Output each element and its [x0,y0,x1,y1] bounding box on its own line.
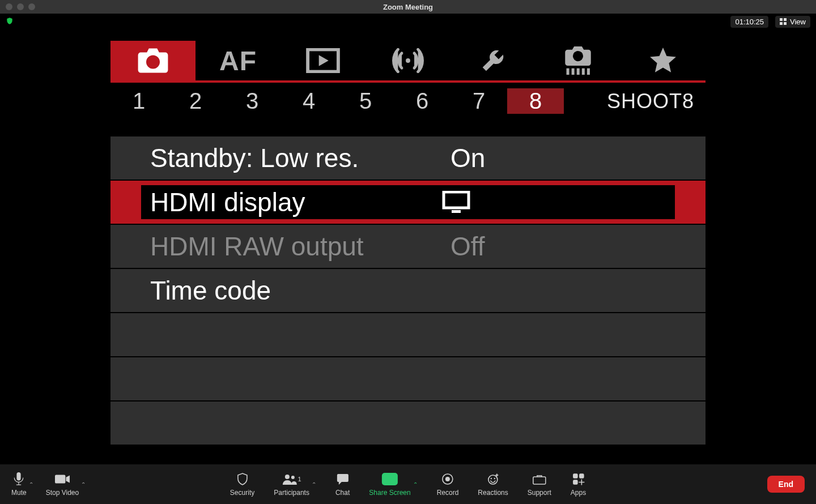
setting-standby-low-res[interactable]: Standby: Low res. On [110,136,706,181]
star-icon [649,46,677,75]
apps-button[interactable]: Apps [571,472,586,497]
svg-rect-10 [587,69,590,75]
end-label: End [779,480,793,489]
setting-value-icon [441,191,675,213]
zoom-toolbar: Mute ⌃ Stop Video ⌃ Security [0,464,816,504]
grid-icon [780,18,787,25]
wireless-icon [392,48,424,73]
tab-mymenu[interactable] [620,41,706,80]
custom-fn-icon [562,46,594,75]
participants-label: Participants [274,489,309,497]
page-4[interactable]: 4 [280,88,337,114]
support-button[interactable]: Support [528,472,551,497]
video-icon [55,474,70,484]
svg-point-13 [285,475,290,479]
camera-menu-screen: AF 1 2 3 4 5 6 [110,41,706,464]
apps-icon [572,473,584,485]
support-label: Support [528,489,551,497]
svg-rect-21 [573,474,577,478]
share-caret[interactable]: ⌃ [413,481,418,488]
view-button[interactable]: View [775,16,810,28]
microphone-icon [14,472,24,486]
setting-empty [110,357,706,402]
share-screen-label: Share Screen [369,489,410,497]
tab-custom-functions[interactable] [536,41,620,80]
participants-caret[interactable]: ⌃ [312,481,316,488]
setting-empty [110,402,706,446]
svg-rect-22 [579,474,583,478]
tab-playback[interactable] [280,41,366,80]
svg-rect-9 [582,69,585,75]
security-button[interactable]: Security [230,472,254,497]
svg-rect-20 [533,477,546,484]
setting-hdmi-display[interactable]: HDMI display [110,181,706,225]
svg-rect-2 [780,22,783,25]
af-label: AF [219,45,257,76]
setting-label: HDMI RAW output [150,231,450,262]
playback-icon [305,48,341,73]
mute-button[interactable]: Mute [11,472,27,497]
setting-hdmi-raw-output: HDMI RAW output Off [110,225,706,269]
chat-button[interactable]: Chat [335,472,350,497]
video-caret[interactable]: ⌃ [81,481,86,488]
setting-value: On [450,143,706,173]
apps-label: Apps [571,489,586,497]
encryption-shield-icon[interactable] [6,17,14,27]
participants-count: 1 [298,476,301,482]
svg-rect-3 [784,22,787,25]
camera-icon [136,47,170,74]
svg-point-5 [406,58,410,63]
tab-af[interactable]: AF [196,41,280,80]
svg-rect-12 [452,210,461,213]
participants-button[interactable]: 1 Participants [274,472,309,497]
meeting-info-strip: 01:10:25 View [0,14,816,29]
meeting-timer: 01:10:25 [730,16,768,28]
chat-label: Chat [335,489,350,497]
page-3[interactable]: 3 [224,88,280,114]
svg-rect-7 [572,69,575,75]
setting-label: Time code [150,275,450,306]
page-7[interactable]: 7 [450,88,507,114]
category-tab-row: AF [110,41,706,80]
svg-rect-11 [444,192,469,208]
setting-empty [110,313,706,357]
page-label: SHOOT8 [607,89,694,113]
mute-label: Mute [11,489,27,497]
security-label: Security [230,489,254,497]
svg-rect-8 [577,69,580,75]
tab-shooting[interactable] [110,41,196,80]
mute-caret[interactable]: ⌃ [29,481,33,488]
page-8[interactable]: 8 [507,88,564,114]
tab-wireless[interactable] [366,41,450,80]
svg-point-14 [291,476,295,479]
reactions-button[interactable]: Reactions [478,472,508,497]
end-button[interactable]: End [767,476,805,493]
page-5[interactable]: 5 [337,88,394,114]
stop-video-button[interactable]: Stop Video [46,472,79,497]
share-screen-button[interactable]: Share Screen [369,472,410,497]
record-label: Record [437,489,459,497]
svg-rect-23 [573,480,577,484]
share-screen-icon [382,473,398,485]
record-icon [441,473,454,485]
reactions-icon [487,473,499,485]
participants-icon [282,473,297,485]
wrench-icon [481,46,505,75]
setting-time-code[interactable]: Time code [110,269,706,313]
setting-label: HDMI display [150,187,441,217]
window-title: Zoom Meeting [0,3,816,11]
tab-setup[interactable] [450,41,536,80]
monitor-icon [441,191,471,213]
stop-video-label: Stop Video [46,489,79,497]
reactions-label: Reactions [478,489,508,497]
page-2[interactable]: 2 [167,88,224,114]
page-6[interactable]: 6 [394,88,450,114]
svg-point-18 [491,477,492,479]
record-button[interactable]: Record [437,472,459,497]
svg-point-16 [445,477,450,481]
svg-rect-6 [567,69,570,75]
page-1[interactable]: 1 [110,88,167,114]
support-icon [533,473,546,485]
chat-icon [337,473,349,485]
setting-value: Off [450,231,706,262]
